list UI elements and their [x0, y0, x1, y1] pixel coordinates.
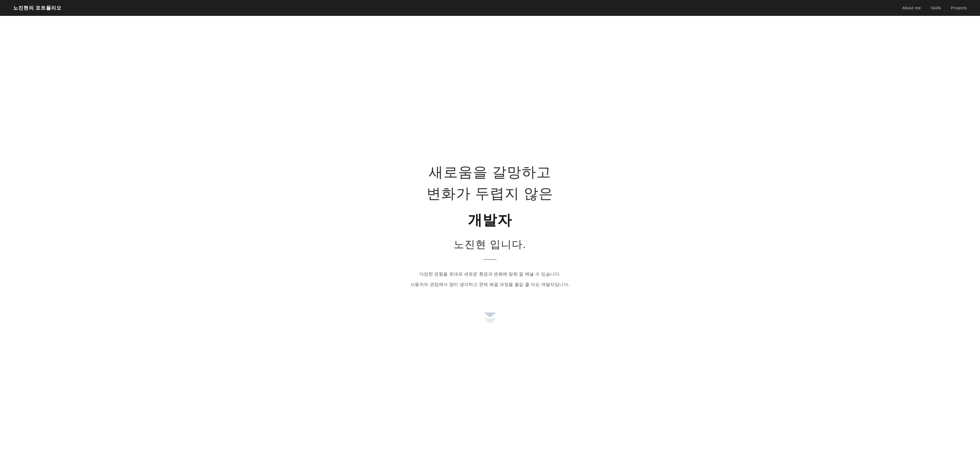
nav-links: About me Skills Projects	[902, 5, 967, 10]
chevron-down-icon	[484, 313, 496, 317]
scroll-down-indicator	[484, 313, 496, 324]
nav-item-about[interactable]: About me	[902, 5, 921, 10]
nav-item-projects[interactable]: Projects	[951, 5, 967, 10]
nav-link-skills[interactable]: Skills	[931, 5, 941, 10]
navbar: 노진현의 포트폴리오 About me Skills Projects	[0, 0, 980, 16]
chevron-down-icon-2	[484, 319, 496, 324]
nav-item-skills[interactable]: Skills	[931, 5, 941, 10]
hero-name: 노진현 입니다.	[453, 238, 526, 252]
hero-tagline: 새로움을 갈망하고 변화가 두렵지 않은	[426, 161, 554, 204]
nav-link-projects[interactable]: Projects	[951, 5, 967, 10]
hero-line2: 변화가 두렵지 않은	[426, 183, 554, 204]
hero-desc-line1: 다양한 경험을 토대로 새로운 환경과 변화에 맞춰 잘 해낼 수 있습니다.	[410, 270, 570, 279]
hero-desc-line2: 사용자의 관점에서 많이 생각하고 문제 해결 과정을 즐길 줄 아는 개발자입…	[410, 280, 570, 289]
nav-link-about[interactable]: About me	[902, 5, 921, 10]
hero-line1: 새로움을 갈망하고	[426, 161, 554, 183]
hero-divider	[484, 259, 496, 260]
hero-description: 다양한 경험을 토대로 새로운 환경과 변화에 맞춰 잘 해낼 수 있습니다. …	[410, 270, 570, 290]
nav-logo: 노진현의 포트폴리오	[13, 5, 62, 11]
hero-section: 새로움을 갈망하고 변화가 두렵지 않은 개발자 노진현 입니다. 다양한 경험…	[0, 0, 980, 469]
hero-developer: 개발자	[468, 211, 512, 230]
